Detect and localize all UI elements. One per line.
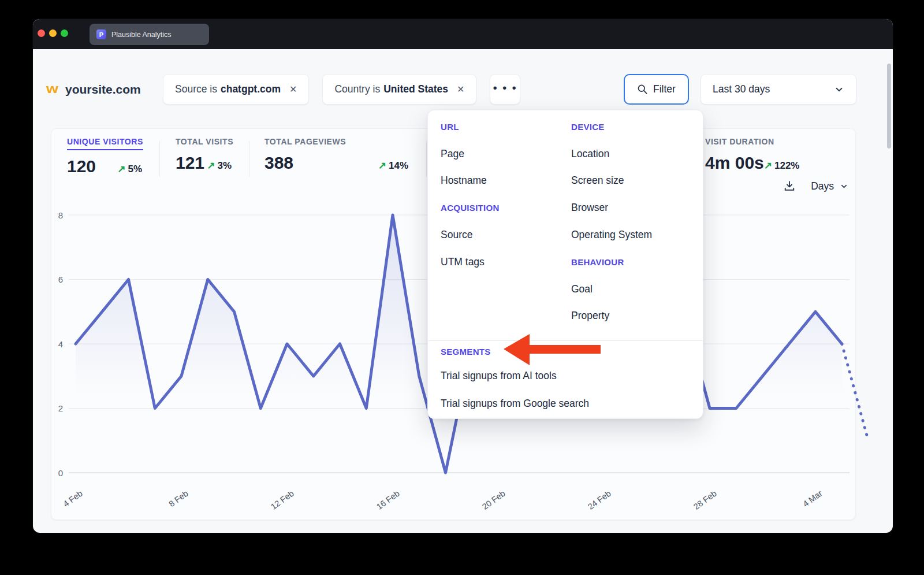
stat-change-percent: 122%: [774, 160, 799, 171]
menu-item-location[interactable]: Location: [571, 140, 652, 168]
close-window-button[interactable]: [38, 29, 45, 37]
y-axis-label: 6: [58, 274, 63, 284]
stat-value-row: 121↗3%: [176, 153, 232, 173]
interval-select[interactable]: Days: [811, 180, 848, 192]
interval-label: Days: [811, 180, 834, 192]
stat-value: 388: [264, 153, 293, 173]
minimize-window-button[interactable]: [49, 29, 57, 37]
y-axis-label: 8: [58, 210, 63, 220]
y-axis-label: 2: [58, 403, 63, 413]
menu-item-trial-signups-from-ai-tools[interactable]: Trial signups from AI tools: [441, 362, 694, 389]
browser-window: P Plausible Analytics w yoursite.com Sou…: [33, 19, 893, 533]
menu-item-source[interactable]: Source: [441, 221, 500, 248]
x-axis-label: 8 Feb: [167, 488, 189, 509]
stat-label-text: TOTAL PAGEVIEWS: [264, 137, 346, 146]
chart-toolbar: Days: [783, 180, 848, 192]
x-axis-label: 12 Feb: [269, 488, 296, 511]
segments-section: SEGMENTSTrial signups from AI toolsTrial…: [441, 341, 694, 417]
x-axis-label: 4 Feb: [61, 488, 84, 509]
menu-item-browser[interactable]: Browser: [571, 194, 652, 221]
trend-up-icon: ↗: [117, 164, 125, 175]
stat-change: ↗122%: [764, 159, 800, 172]
scrollbar-thumb[interactable]: [887, 64, 891, 149]
x-axis-label: 20 Feb: [480, 488, 507, 511]
tab-title: Plausible Analytics: [111, 31, 172, 39]
site-favicon-icon: w: [46, 83, 58, 96]
stat-value: 120: [67, 157, 96, 176]
y-axis-label: 0: [58, 468, 63, 478]
stat-value-row: 4m 00s↗122%: [705, 153, 796, 173]
filter-dropdown-menu: URLPageHostnameACQUISITIONSourceUTM tags…: [427, 110, 703, 419]
trend-up-icon: ↗: [764, 160, 772, 171]
x-axis-label: 4 Mar: [801, 488, 824, 509]
stat-label-text: VISIT DURATION: [705, 137, 774, 146]
stat-label: UNIQUE VISITORS: [67, 136, 142, 150]
stat-total-visits[interactable]: TOTAL VISITS121↗3%: [176, 136, 232, 173]
stat-label-text: TOTAL VISITS: [176, 137, 233, 146]
stat-label: TOTAL VISITS: [176, 136, 232, 147]
site-switcher[interactable]: w yoursite.com: [46, 74, 141, 105]
menu-item-hostname[interactable]: Hostname: [441, 168, 500, 195]
stat-change-percent: 5%: [128, 164, 142, 175]
menu-section-behaviour: BEHAVIOUR: [571, 248, 652, 276]
chart-line-incomplete-dashed: [842, 344, 869, 440]
menu-section-url: URL: [441, 113, 500, 140]
magnifier-icon: [637, 84, 648, 95]
more-filters-button[interactable]: ● ● ●: [490, 74, 520, 105]
filter-menu-column-2: DEVICELocationScreen sizeBrowserOperatin…: [571, 113, 652, 329]
stat-visit-duration[interactable]: VISIT DURATION4m 00s↗122%: [705, 136, 796, 173]
stat-value-row: 388↗14%: [264, 153, 408, 173]
filter-pill-chatgpt-com[interactable]: Source is chatgpt.com✕: [163, 74, 309, 105]
chevron-down-icon: [834, 84, 844, 95]
chevron-down-icon: [840, 182, 848, 191]
menu-item-goal[interactable]: Goal: [571, 276, 652, 303]
trend-up-icon: ↗: [207, 160, 215, 171]
y-axis-label: 4: [58, 339, 63, 349]
menu-item-screen-size[interactable]: Screen size: [571, 168, 652, 195]
screenshot-root: { "window": { "tab_title": "Plausible An…: [0, 0, 924, 575]
filter-pill-text: Source is: [175, 83, 217, 95]
active-filters: Source is chatgpt.com✕Country is United …: [163, 74, 520, 105]
stat-divider: [426, 141, 427, 177]
stat-divider: [159, 141, 160, 177]
filter-pill-value: United States: [383, 83, 448, 95]
menu-item-page[interactable]: Page: [441, 140, 500, 168]
trend-up-icon: ↗: [378, 160, 386, 171]
menu-item-operating-system[interactable]: Operating System: [571, 221, 652, 248]
stat-change: ↗14%: [378, 159, 408, 172]
site-name: yoursite.com: [65, 83, 141, 97]
remove-filter-icon[interactable]: ✕: [289, 84, 297, 95]
stat-label: VISIT DURATION: [705, 136, 796, 147]
menu-section-acquisition: ACQUISITION: [441, 194, 500, 221]
menu-item-property[interactable]: Property: [571, 303, 652, 330]
menu-section-device: DEVICE: [571, 113, 652, 140]
x-axis-label: 28 Feb: [692, 488, 718, 511]
stat-unique-visitors[interactable]: UNIQUE VISITORS120↗5%: [67, 136, 142, 176]
filter-menu-column-1: URLPageHostnameACQUISITIONSourceUTM tags: [441, 113, 500, 276]
x-axis-label: 24 Feb: [586, 488, 613, 511]
filter-button[interactable]: Filter: [624, 74, 689, 105]
download-icon[interactable]: [783, 180, 796, 192]
fullscreen-window-button[interactable]: [61, 29, 68, 37]
filter-pill-united-states[interactable]: Country is United States✕: [322, 74, 476, 105]
plausible-logo-icon: P: [96, 29, 106, 39]
date-range-select[interactable]: Last 30 days: [701, 74, 856, 105]
stat-value: 121: [176, 153, 204, 173]
stat-label: TOTAL PAGEVIEWS: [264, 136, 408, 147]
stat-total-pageviews[interactable]: TOTAL PAGEVIEWS388↗14%: [264, 136, 408, 173]
menu-item-trial-signups-from-google-search[interactable]: Trial signups from Google search: [441, 389, 694, 417]
menu-item-utm-tags[interactable]: UTM tags: [441, 248, 500, 276]
stat-value: 4m 00s: [705, 153, 764, 173]
stat-change-percent: 14%: [389, 160, 408, 171]
menu-section-segments: SEGMENTS: [441, 341, 694, 362]
filter-pill-text: Country is: [334, 83, 380, 95]
browser-titlebar: P Plausible Analytics: [33, 19, 893, 49]
stat-change-percent: 3%: [217, 160, 232, 171]
stat-value-row: 120↗5%: [67, 157, 142, 176]
stat-divider: [249, 141, 249, 177]
stat-change: ↗5%: [117, 163, 142, 175]
browser-tab[interactable]: P Plausible Analytics: [90, 24, 209, 45]
filter-pill-value: chatgpt.com: [221, 83, 281, 95]
x-axis-label: 16 Feb: [375, 488, 401, 511]
remove-filter-icon[interactable]: ✕: [457, 84, 464, 95]
